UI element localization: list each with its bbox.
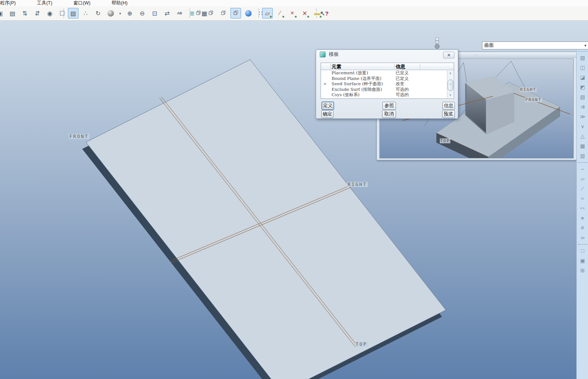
datum-references-icon[interactable]: ∴ xyxy=(80,8,91,18)
info-column-header: 信息 xyxy=(396,63,405,70)
dialog-title: 模板 xyxy=(329,51,339,58)
symbol-tool-icon[interactable]: ⊞ xyxy=(578,266,587,275)
datum-point-tool-icon[interactable]: ×× xyxy=(578,204,587,213)
shading-icon[interactable] xyxy=(230,8,241,18)
surface-filter-combobox[interactable]: 曲面 ▾ xyxy=(482,41,588,49)
regenerate-manager-icon[interactable]: ⇵ xyxy=(32,8,43,18)
merge-tool-icon[interactable]: ∨ xyxy=(578,122,587,131)
table-row[interactable]: Bound Plane (边界平面) 已定义 xyxy=(321,76,447,81)
paste-icon[interactable]: ▣ xyxy=(0,8,5,18)
datum-points-toggle-icon[interactable]: × xyxy=(287,8,298,18)
element-cell: Bound Plane (边界平面) xyxy=(332,76,381,81)
element-cell: Placement (放置) xyxy=(332,70,368,76)
reorient-icon[interactable]: ⇄ xyxy=(162,8,172,18)
mirror-tool-icon[interactable]: ▥ xyxy=(578,151,587,160)
menu-tools[interactable]: 工具(T) xyxy=(35,0,54,7)
render-dropdown-icon[interactable]: ▾ xyxy=(118,8,123,18)
datum-curve-tool-icon[interactable]: ≈ xyxy=(578,194,587,203)
datum-plane-tool-icon[interactable]: ▱ xyxy=(578,174,587,183)
menu-window[interactable]: 窗口(W) xyxy=(72,0,92,7)
table-scrollbar[interactable]: ▲ ▼ xyxy=(447,71,453,98)
paste-special-icon[interactable]: ▤ xyxy=(7,8,18,18)
context-help-icon[interactable]: ↖? xyxy=(319,8,330,18)
cancel-button[interactable]: 取消 xyxy=(382,110,396,118)
ok-button[interactable]: 确定 xyxy=(321,110,333,118)
drag-handle-pin-icon[interactable] xyxy=(433,37,441,51)
datum-axes-toggle-icon[interactable]: ∕ xyxy=(275,8,285,18)
sphere-glyph xyxy=(107,10,114,17)
zoom-out-icon[interactable]: ⊖ xyxy=(137,8,147,18)
datum-axis-tool-icon[interactable]: ∕ xyxy=(578,184,587,193)
wireframe-icon[interactable] xyxy=(193,8,204,18)
table-row[interactable]: Placement (放置) 已定义 xyxy=(321,70,447,76)
refit-icon[interactable]: ⊡ xyxy=(149,8,160,18)
toolbar-separator xyxy=(63,9,64,18)
table-body: Placement (放置) 已定义 Bound Plane (边界平面) 已定… xyxy=(321,70,447,98)
element-cell: Exclude Surf (排除曲面) xyxy=(332,87,382,92)
enhanced-realism-icon[interactable] xyxy=(243,8,253,18)
extrude-tool-icon[interactable]: ▧ xyxy=(578,53,587,62)
right-plane-label[interactable]: RIGHT xyxy=(347,182,368,187)
find-icon[interactable]: ◉ xyxy=(45,8,55,18)
front-plane-label[interactable]: FRONT xyxy=(69,134,89,139)
sweep-tool-icon[interactable]: ◪ xyxy=(578,73,587,82)
csys-tool-icon[interactable]: ∗ xyxy=(578,213,587,222)
saved-views-icon[interactable]: AB xyxy=(174,8,185,18)
template-dialog: 模板 ✕ 元素 信息 Placement (放置) 已定义 Bound Plan… xyxy=(316,49,458,119)
picture-tool-icon[interactable]: ▣ xyxy=(578,256,587,265)
table-row[interactable]: > Seed Surface (种子曲面) 改变 xyxy=(321,81,447,87)
blend-tool-icon[interactable]: ◩ xyxy=(578,83,587,92)
toolbar-grip[interactable] xyxy=(578,51,587,52)
help-group: ↖? xyxy=(319,8,330,18)
info-cell: 可选的 xyxy=(396,87,409,92)
preview-button[interactable]: 预览 xyxy=(442,110,455,118)
no-hidden-icon[interactable] xyxy=(218,8,229,18)
links-tool-icon[interactable]: ∞ xyxy=(578,233,587,242)
menu-program[interactable]: 程序(P) xyxy=(0,0,17,7)
preview-top-label: TOP xyxy=(440,138,450,143)
table-row[interactable]: Csys (坐标系) 可选的 xyxy=(321,92,447,98)
note-tool-icon[interactable]: □ xyxy=(578,246,587,255)
table-header: 元素 信息 xyxy=(321,63,454,70)
revolve-tool-icon[interactable]: ◫ xyxy=(578,63,587,72)
header-divider xyxy=(394,64,395,69)
repaint-icon[interactable]: ▨ xyxy=(68,8,78,18)
preview-front-label: FRONT xyxy=(525,97,542,102)
datum-planes-toggle-icon[interactable]: ▱ xyxy=(262,8,273,18)
references-button[interactable]: 参照 xyxy=(382,102,396,110)
extend-tool-icon[interactable]: ≫ xyxy=(578,112,587,121)
dialog-icon xyxy=(320,52,325,57)
scrollbar-thumb[interactable] xyxy=(448,80,453,91)
sketch-tool-icon[interactable]: ∼ xyxy=(578,164,587,173)
preview-right-label: RIGHT xyxy=(520,87,537,92)
boundary-blend-tool-icon[interactable]: ▨ xyxy=(578,92,587,101)
point-array-tool-icon[interactable]: # xyxy=(578,223,587,232)
dialog-titlebar[interactable]: 模板 xyxy=(316,50,458,59)
scroll-up-icon[interactable]: ▲ xyxy=(447,71,453,75)
spin-center-icon[interactable]: ↻ xyxy=(93,8,103,18)
pattern-tool-icon[interactable]: ▦ xyxy=(578,141,587,150)
offset-tool-icon[interactable]: ⇉ xyxy=(578,102,587,111)
info-cell: 改变 xyxy=(396,81,404,87)
shaded-sphere-icon[interactable] xyxy=(105,8,116,18)
menu-help[interactable]: 帮助(H) xyxy=(110,0,129,7)
top-plane-label[interactable]: TOP xyxy=(355,342,368,347)
toolbar-separator xyxy=(189,9,190,18)
trim-tool-icon[interactable]: △ xyxy=(578,132,587,141)
combobox-caret-icon[interactable]: ▾ xyxy=(582,43,588,48)
toolbar-separator xyxy=(578,162,587,163)
header-divider xyxy=(420,64,420,69)
info-button[interactable]: 信息 xyxy=(442,102,455,110)
hidden-line-icon[interactable] xyxy=(206,8,216,18)
dialog-close-button[interactable]: ✕ xyxy=(443,52,454,58)
regenerate-icon[interactable]: ⇅ xyxy=(20,8,30,18)
select-box-icon[interactable]: ☐ xyxy=(57,8,68,18)
table-row[interactable]: Exclude Surf (排除曲面) 可选的 xyxy=(321,87,447,92)
define-button[interactable]: 定义 xyxy=(322,102,334,110)
zoom-in-icon[interactable]: ⊕ xyxy=(124,8,135,18)
surface-filter-value: 曲面 xyxy=(482,42,582,49)
csys-toggle-icon[interactable]: ✕ xyxy=(299,8,310,18)
scroll-down-icon[interactable]: ▼ xyxy=(447,93,453,98)
element-cell: Csys (坐标系) xyxy=(332,92,359,98)
info-cell: 已定义 xyxy=(396,70,409,76)
